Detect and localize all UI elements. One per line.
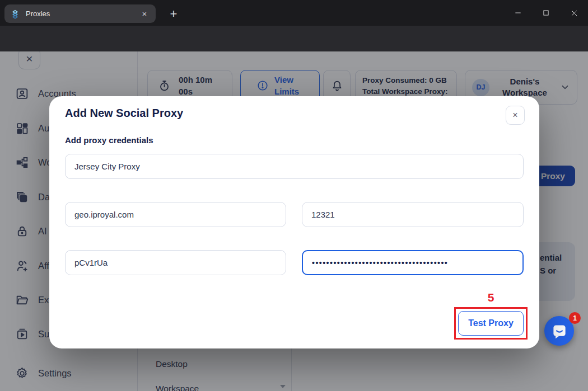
proxy-host-input[interactable] — [65, 202, 286, 227]
proxy-username-input[interactable] — [65, 250, 286, 275]
new-tab-button[interactable]: + — [166, 6, 181, 22]
modal-close-button[interactable]: × — [506, 106, 525, 125]
window-controls — [504, 0, 588, 26]
close-window-button[interactable] — [560, 0, 588, 26]
modal-subtitle: Add proxy credentials — [65, 135, 153, 145]
chat-bubble-icon — [551, 323, 568, 340]
texau-favicon-icon — [10, 9, 20, 19]
browser-toolbar: app.texau.com/settings-proxies 5 — [0, 26, 588, 51]
modal-title: Add New Social Proxy — [65, 107, 183, 120]
annotation-highlight-box — [454, 307, 528, 340]
annotation-step-number: 5 — [454, 291, 528, 304]
proxy-password-input[interactable] — [302, 250, 524, 275]
minimize-button[interactable] — [504, 0, 532, 26]
browser-window: Proxies × + — [0, 0, 588, 391]
add-proxy-modal: Add New Social Proxy × Add proxy credent… — [49, 96, 539, 348]
tab-title: Proxies — [26, 10, 139, 18]
tab-strip: Proxies × + — [0, 0, 588, 26]
proxy-name-input[interactable] — [65, 154, 524, 179]
maximize-button[interactable] — [532, 0, 560, 26]
browser-tab-proxies[interactable]: Proxies × — [4, 4, 156, 23]
chat-notification-badge: 1 — [569, 312, 581, 324]
proxy-port-input[interactable] — [302, 202, 524, 227]
close-icon: × — [512, 110, 517, 120]
app-page: × Accounts Au — [0, 51, 588, 391]
tab-close-icon[interactable]: × — [139, 8, 150, 20]
